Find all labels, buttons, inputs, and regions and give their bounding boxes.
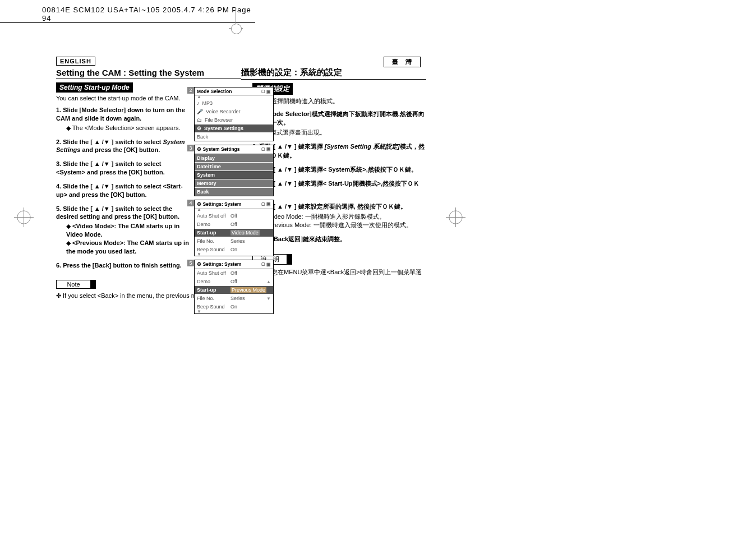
menu-row-selected: System <box>195 170 273 179</box>
step-sub-item: The <Mode Selection> screen appears. <box>66 124 191 132</box>
menu-value: Off <box>231 279 237 284</box>
file-header: 00814E SCM102 USA+TAI~105 2005.4.7 4:26 … <box>0 6 255 23</box>
menu-value: Video Mode <box>231 230 260 236</box>
step-text-post: and press the [OK] button. <box>80 146 160 153</box>
screen-title: Mode Selection <box>195 87 273 96</box>
step-sublist: The <Mode Selection> screen appears. <box>66 124 191 132</box>
menu-key: File No. <box>197 238 228 244</box>
menu-value: Previous Mode <box>231 287 266 293</box>
menu-row: DemoOff <box>195 220 273 228</box>
step-item: 5. Slide the [ ▲ /▼ ] switch to select t… <box>56 205 191 256</box>
step-text: Slide the [ ▲ /▼ ] switch to select <Sta… <box>56 183 183 198</box>
step-text-pre: Slide the [ ▲ /▼ ] switch to select <box>63 139 163 145</box>
step-item: 6. Press the [Back] button to finish set… <box>56 261 191 270</box>
menu-value: On <box>231 304 237 310</box>
screen-badge: 5 <box>187 260 194 266</box>
step-item: 4. Slide the [ ▲ /▼ ] switch to select <… <box>56 182 191 199</box>
menu-key: Start-up <box>197 287 228 293</box>
menu-label: Back <box>197 134 208 140</box>
menu-label: MP3 <box>202 100 213 106</box>
menu-key: Auto Shut off <box>197 213 228 219</box>
menu-row: Auto Shut offOff <box>195 269 273 277</box>
step-text: Slide [Mode Selector] down to turn on th… <box>56 107 185 122</box>
gear-icon: ⚙ <box>197 261 201 267</box>
menu-key: Demo <box>197 279 228 284</box>
menu-value: Off <box>231 270 237 276</box>
step-text: Slide the [ ▲ /▼ ] switch to select the … <box>56 205 179 220</box>
menu-value: Series <box>231 238 245 244</box>
folder-icon: 🗂 <box>197 117 202 123</box>
steps-list-en: 1. Slide [Mode Selector] down to turn on… <box>56 106 191 270</box>
menu-value: Off <box>231 222 237 227</box>
menu-label: Voice Recorder <box>206 109 241 114</box>
svg-point-3 <box>449 211 462 224</box>
music-icon: ♪ <box>197 100 200 106</box>
menu-row-selected: Start-upPrevious Mode <box>195 285 273 294</box>
menu-label: System Settings <box>204 126 243 131</box>
screen-settings-system-video: 4 ⚙ Settings: System ▲ Auto Shut offOff … <box>194 200 274 257</box>
step-sub-item: 模式選擇畫面出現。 <box>262 128 426 137</box>
screen-title-text: Settings: System <box>202 201 241 207</box>
menu-value: Off <box>231 213 237 219</box>
menu-row: Display <box>195 154 273 162</box>
screen-badge: 3 <box>187 145 194 151</box>
screen-title: ⚙ System Settings <box>195 145 273 154</box>
step-sub-item: Previous Mode: 一開機時進入最後一次使用的模式。 <box>262 221 426 229</box>
language-label-tw: 臺 灣 <box>384 57 421 67</box>
step-text-italic: [System Setting 系統設定] <box>325 143 400 150</box>
step-item: 1. Slide [Mode Selector] down to turn on… <box>56 106 191 132</box>
menu-row: Date/Time <box>195 162 273 170</box>
menu-row-selected: ⚙System Settings <box>195 124 273 132</box>
section-title-en: Setting the CAM : Setting the System <box>56 68 241 79</box>
menu-key: Beep Sound <box>197 247 228 252</box>
menu-row: Back <box>195 187 273 196</box>
screen-badge: 4 <box>187 200 194 206</box>
gear-icon: ⚙ <box>197 126 201 131</box>
menu-value: On <box>231 247 237 252</box>
menu-key: Auto Shut off <box>197 270 228 276</box>
menu-row: Beep SoundOn <box>195 245 273 253</box>
screen-mockups: 2 Mode Selection ▲ ♪MP3 🎤Voice Recorder … <box>194 87 284 317</box>
arrow-down-icon: ▼ <box>195 311 273 313</box>
screen-badge: 2 <box>187 87 194 94</box>
menu-key: File No. <box>197 296 228 301</box>
screen-mode-selection: 2 Mode Selection ▲ ♪MP3 🎤Voice Recorder … <box>194 87 274 141</box>
language-label-english: ENGLISH <box>56 57 95 66</box>
menu-row: Back <box>195 132 273 141</box>
menu-key: Beep Sound <box>197 304 228 310</box>
menu-row: Auto Shut offOff <box>195 211 273 220</box>
menu-row: File No.Series <box>195 237 273 245</box>
arrow-down-icon: ▼ <box>195 253 273 256</box>
gear-icon: ⚙ <box>197 201 201 207</box>
screen-settings-system-previous: 5 ⚙ Settings: System Auto Shut offOff De… <box>194 260 274 314</box>
cropmark-right <box>446 207 465 227</box>
section-title-zh: 攝影機的設定：系統的設定 <box>241 67 426 80</box>
menu-row: 🗂File Browser <box>195 116 273 124</box>
screen-title-text: System Settings <box>202 146 239 152</box>
battery-icon <box>261 201 271 207</box>
svg-point-0 <box>17 211 30 224</box>
step-text: Slide the [ ▲ /▼ ] switch to select Syst… <box>56 139 185 154</box>
cropmark-left <box>14 207 34 227</box>
menu-row-selected: Start-upVideo Mode <box>195 228 273 237</box>
step-item: 3. Slide the [ ▲ /▼ ] switch to select <… <box>56 160 191 177</box>
step-number: 1. <box>56 107 61 113</box>
step-number: 4. <box>56 183 61 190</box>
screen-title: ⚙ Settings: System <box>195 260 273 269</box>
menu-key: Start-up <box>197 230 228 236</box>
menu-key: Demo <box>197 222 228 227</box>
step-sub-text: <Video Mode>: The CAM starts up in Video… <box>66 223 179 238</box>
battery-icon <box>261 261 271 267</box>
menu-row: File No.Series▼ <box>195 294 273 302</box>
menu-value: Series <box>231 296 245 301</box>
note-label: Note <box>56 280 91 289</box>
menu-row: Beep SoundOn <box>195 302 273 311</box>
screen-system-settings: 3 ⚙ System Settings Display Date/Time Sy… <box>194 145 274 196</box>
menu-row: DemoOff▲ <box>195 277 273 285</box>
step-item: 2. Slide the [ ▲ /▼ ] switch to select S… <box>56 138 191 155</box>
battery-icon <box>261 89 271 94</box>
screen-title-text: Settings: System <box>202 261 241 267</box>
step-number: 3. <box>56 160 61 167</box>
step-sub-item: <Previous Mode>: The CAM starts up in th… <box>66 239 191 256</box>
arrow-down-icon: ▼ <box>266 296 271 301</box>
